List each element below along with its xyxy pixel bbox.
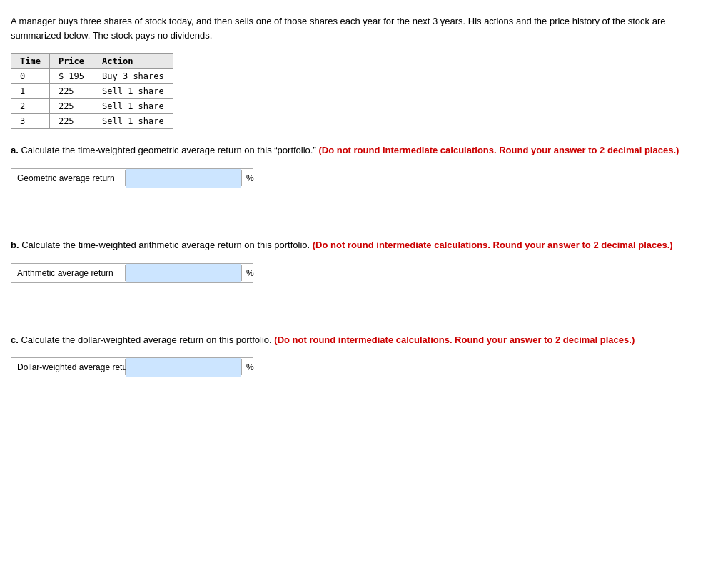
- col-header-action: Action: [93, 54, 173, 69]
- section-a-input-label: Geometric average return: [11, 170, 126, 186]
- table-cell: Buy 3 shares: [93, 69, 173, 84]
- section-c-input-row: Dollar-weighted average return %: [11, 357, 253, 377]
- table-cell: 3: [11, 114, 50, 129]
- table-row: 0$ 195Buy 3 shares: [11, 69, 173, 84]
- section-b-input-label: Arithmetic average return: [11, 265, 126, 281]
- section-b-question: b. Calculate the time-weighted arithmeti…: [11, 238, 696, 253]
- table-row: 1225Sell 1 share: [11, 84, 173, 99]
- section-a-question: a. Calculate the time-weighted geometric…: [11, 143, 696, 158]
- section-a-percent: %: [241, 170, 258, 186]
- section-b-label: b.: [11, 240, 19, 250]
- table-cell: 2: [11, 99, 50, 114]
- section-c-percent: %: [241, 359, 258, 375]
- arithmetic-average-return-input[interactable]: [126, 264, 241, 282]
- table-cell: 225: [49, 114, 93, 129]
- section-c-label: c.: [11, 334, 19, 345]
- section-a-bold-red: (Do not round intermediate calculations.…: [318, 145, 679, 155]
- section-b-input-row: Arithmetic average return %: [11, 263, 253, 283]
- table-cell: 225: [49, 99, 93, 114]
- table-row: 3225Sell 1 share: [11, 114, 173, 129]
- section-c-text: Calculate the dollar-weighted average re…: [21, 334, 271, 345]
- table-cell: $ 195: [49, 69, 93, 84]
- geometric-average-return-input[interactable]: [126, 169, 241, 188]
- col-header-price: Price: [49, 54, 93, 69]
- section-c-question: c. Calculate the dollar-weighted average…: [11, 333, 696, 348]
- table-cell: 1: [11, 84, 50, 99]
- intro-text: A manager buys three shares of stock tod…: [11, 14, 696, 42]
- section-c-input-label: Dollar-weighted average return: [11, 359, 126, 375]
- table-cell: Sell 1 share: [93, 114, 173, 129]
- section-c-bold-red: (Do not round intermediate calculations.…: [274, 334, 635, 345]
- table-cell: 0: [11, 69, 50, 84]
- table-cell: Sell 1 share: [93, 99, 173, 114]
- stock-table: Time Price Action 0$ 195Buy 3 shares1225…: [11, 53, 173, 129]
- section-c: c. Calculate the dollar-weighted average…: [11, 333, 717, 378]
- section-a-input-row: Geometric average return %: [11, 168, 253, 188]
- section-a-text: Calculate the time-weighted geometric av…: [21, 145, 315, 155]
- col-header-time: Time: [11, 54, 50, 69]
- table-row: 2225Sell 1 share: [11, 99, 173, 114]
- section-b-text: Calculate the time-weighted arithmetic a…: [21, 240, 310, 250]
- section-b-percent: %: [241, 265, 258, 281]
- section-a: a. Calculate the time-weighted geometric…: [11, 143, 717, 188]
- section-a-label: a.: [11, 145, 19, 155]
- section-b-bold-red: (Do not round intermediate calculations.…: [313, 240, 673, 250]
- dollar-weighted-average-return-input[interactable]: [126, 358, 241, 377]
- section-b: b. Calculate the time-weighted arithmeti…: [11, 238, 717, 283]
- table-cell: Sell 1 share: [93, 84, 173, 99]
- table-cell: 225: [49, 84, 93, 99]
